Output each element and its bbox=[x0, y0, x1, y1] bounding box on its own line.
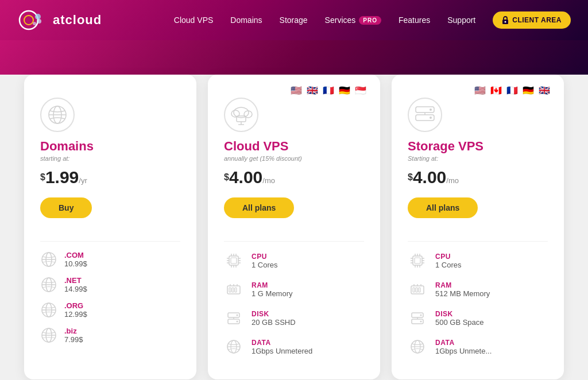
spec-item: DATA 1Gbps Unmetered bbox=[224, 337, 364, 356]
cloud-vps-icon-area bbox=[224, 98, 364, 132]
storage-vps-flags: 🇺🇸🇨🇦🇫🇷🇩🇪🇬🇧 bbox=[474, 86, 552, 95]
svg-point-2 bbox=[35, 14, 41, 20]
storage-vps-icon bbox=[412, 104, 438, 125]
spec-label: CPU bbox=[252, 253, 278, 261]
domain-globe-icon bbox=[40, 276, 57, 293]
spec-value: 1 Cores bbox=[435, 261, 462, 269]
domain-price: 12.99$ bbox=[64, 310, 87, 319]
cloud-vps-specs: CPU 1 Cores RAM 1 G Memory DISK 20 GB SS… bbox=[224, 251, 364, 356]
domains-price-period: /yr bbox=[79, 176, 87, 185]
flag-icon: 🇺🇸 bbox=[474, 86, 488, 95]
spec-value: 20 GB SSHD bbox=[252, 318, 296, 327]
domain-item: .COM 10.99$ bbox=[40, 251, 180, 268]
storage-vps-icon-circle bbox=[408, 98, 442, 132]
spec-label: DATA bbox=[435, 339, 492, 347]
svg-rect-29 bbox=[231, 258, 237, 263]
domains-icon-circle bbox=[40, 98, 75, 132]
spec-value: 1 Cores bbox=[252, 261, 278, 269]
lock-icon bbox=[502, 16, 509, 24]
storage-vps-allplans-button[interactable]: All plans bbox=[408, 197, 478, 218]
storage-vps-price: $4.00/mo bbox=[408, 168, 548, 187]
flag-icon: 🇫🇷 bbox=[323, 86, 336, 95]
spec-item: DISK 20 GB SSHD bbox=[224, 308, 364, 328]
domains-subtitle: starting at: bbox=[40, 155, 180, 162]
svg-rect-43 bbox=[229, 288, 231, 292]
domains-price: $1.99/yr bbox=[40, 168, 180, 187]
header: atcloud Cloud VPS Domains Storage Servic… bbox=[0, 0, 588, 40]
domain-globe-icon bbox=[40, 327, 57, 344]
spec-value: 1Gbps Unmete... bbox=[435, 347, 492, 355]
domains-buy-button[interactable]: Buy bbox=[40, 197, 92, 218]
spec-disk-icon bbox=[224, 308, 243, 328]
storage-vps-subtitle: Starting at: bbox=[408, 155, 548, 162]
svg-point-0 bbox=[20, 11, 38, 29]
flag-icon: 🇨🇦 bbox=[490, 86, 504, 95]
globe-icon bbox=[47, 104, 68, 126]
nav-support[interactable]: Support bbox=[447, 15, 475, 25]
spec-disk-icon bbox=[408, 308, 427, 328]
svg-rect-78 bbox=[416, 288, 417, 292]
spec-data-icon bbox=[408, 337, 427, 356]
cloud-vps-divider bbox=[224, 241, 364, 242]
domain-item: .biz 7.99$ bbox=[40, 327, 180, 344]
svg-rect-79 bbox=[419, 288, 420, 292]
spec-label: DATA bbox=[252, 339, 312, 347]
domain-info: .NET 14.99$ bbox=[64, 276, 87, 293]
logo-text: atcloud bbox=[53, 13, 102, 28]
domains-title: Domains bbox=[40, 139, 180, 154]
svg-point-85 bbox=[420, 315, 422, 316]
svg-point-60 bbox=[430, 117, 432, 119]
spec-label: DISK bbox=[252, 310, 296, 318]
domain-info: .COM 10.99$ bbox=[64, 251, 87, 268]
storage-vps-divider bbox=[408, 241, 548, 242]
spec-label: DISK bbox=[435, 310, 484, 318]
flag-icon: 🇬🇧 bbox=[539, 86, 552, 95]
domain-price: 14.99$ bbox=[64, 285, 87, 293]
spec-item: DISK 500 GB Space bbox=[408, 308, 548, 328]
cloud-vps-price-amount: 4.00 bbox=[229, 168, 262, 187]
cloud-vps-card: 🇺🇸🇬🇧🇫🇷🇩🇪🇸🇬 Cloud VPS annually get (15% d… bbox=[208, 75, 380, 379]
svg-point-4 bbox=[33, 22, 36, 25]
svg-rect-44 bbox=[232, 288, 234, 292]
flag-icon: 🇩🇪 bbox=[339, 86, 353, 95]
client-area-button[interactable]: CLIENT AREA bbox=[493, 11, 571, 29]
storage-vps-icon-area bbox=[408, 98, 548, 132]
cloud-vps-price: $4.00/mo bbox=[224, 168, 364, 187]
domain-ext: .ORG bbox=[64, 301, 87, 310]
spec-info: RAM 1 G Memory bbox=[252, 281, 293, 298]
nav-storage[interactable]: Storage bbox=[280, 15, 308, 25]
flag-icon: 🇸🇬 bbox=[355, 86, 369, 95]
cards-row: Domains starting at: $1.99/yr Buy .COM 1… bbox=[17, 75, 571, 379]
spec-ram-icon bbox=[224, 280, 243, 299]
cloud-vps-icon-circle bbox=[224, 98, 258, 132]
domain-info: .ORG 12.99$ bbox=[64, 301, 87, 319]
domain-ext: .COM bbox=[64, 251, 87, 259]
svg-point-1 bbox=[24, 15, 33, 25]
nav-features[interactable]: Features bbox=[399, 15, 430, 25]
domain-item: .ORG 12.99$ bbox=[40, 301, 180, 319]
flag-icon: 🇬🇧 bbox=[307, 86, 320, 95]
storage-vps-card: 🇺🇸🇨🇦🇫🇷🇩🇪🇬🇧 Storage VPS Starting at: $4.0… bbox=[392, 75, 564, 379]
cloud-vps-allplans-button[interactable]: All plans bbox=[224, 197, 294, 218]
spec-info: RAM 512 MB Memory bbox=[435, 281, 490, 298]
spec-label: RAM bbox=[252, 281, 293, 289]
storage-vps-price-symbol: $ bbox=[408, 172, 413, 182]
client-area-label: CLIENT AREA bbox=[512, 16, 562, 24]
logo[interactable]: atcloud bbox=[17, 9, 102, 32]
domains-icon-area bbox=[40, 98, 180, 132]
spec-data-icon bbox=[224, 337, 243, 356]
nav-services[interactable]: Services bbox=[325, 15, 356, 25]
spec-value: 512 MB Memory bbox=[435, 289, 490, 298]
main-content: Domains starting at: $1.99/yr Buy .COM 1… bbox=[0, 75, 588, 380]
nav-domains[interactable]: Domains bbox=[230, 15, 262, 25]
nav-cloud-vps[interactable]: Cloud VPS bbox=[174, 15, 213, 25]
spec-item: RAM 512 MB Memory bbox=[408, 280, 548, 299]
svg-point-59 bbox=[430, 108, 432, 111]
domain-price: 7.99$ bbox=[64, 335, 83, 344]
flag-icon: 🇺🇸 bbox=[291, 86, 304, 95]
domains-card: Domains starting at: $1.99/yr Buy .COM 1… bbox=[24, 75, 196, 379]
domain-item: .NET 14.99$ bbox=[40, 276, 180, 293]
cloud-vps-icon bbox=[229, 104, 254, 125]
domains-price-symbol: $ bbox=[40, 172, 45, 182]
flag-icon: 🇩🇪 bbox=[523, 86, 536, 95]
